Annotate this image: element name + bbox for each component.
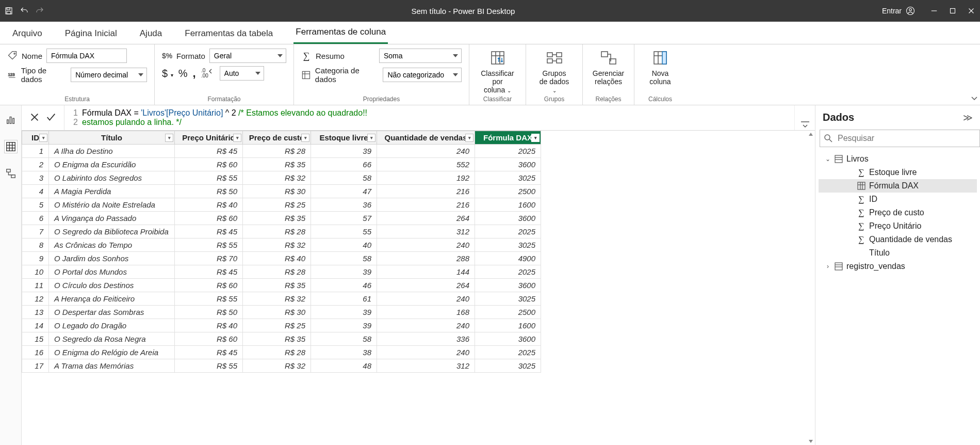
formula-commit-icon[interactable] bbox=[45, 112, 57, 124]
column-filter-icon[interactable]: ▾ bbox=[531, 134, 540, 142]
table-cell[interactable]: 3025 bbox=[475, 292, 541, 306]
table-row[interactable]: 16O Enigma do Relógio de AreiaR$ 45R$ 28… bbox=[22, 346, 541, 359]
table-cell[interactable]: 48 bbox=[311, 359, 377, 373]
maximize-icon[interactable] bbox=[948, 6, 957, 15]
table-cell[interactable]: 2 bbox=[22, 158, 49, 171]
table-cell[interactable]: A Ilha do Destino bbox=[49, 145, 175, 158]
table-cell[interactable]: R$ 55 bbox=[175, 239, 243, 252]
report-view-icon[interactable] bbox=[5, 114, 17, 126]
classificar-button[interactable]: Classificar por coluna ⌄ bbox=[476, 49, 519, 94]
fields-field-node[interactable]: •∑Estoque livre bbox=[819, 166, 977, 179]
table-row[interactable]: 15O Segredo da Rosa NegraR$ 60R$ 3558336… bbox=[22, 332, 541, 346]
table-cell[interactable]: 11 bbox=[22, 279, 49, 292]
table-cell[interactable]: 2025 bbox=[475, 265, 541, 279]
column-header[interactable]: ID▾ bbox=[22, 131, 49, 145]
table-cell[interactable]: 39 bbox=[311, 145, 377, 158]
table-cell[interactable]: O Jardim dos Sonhos bbox=[49, 252, 175, 265]
table-cell[interactable]: 216 bbox=[377, 185, 475, 198]
table-cell[interactable]: 39 bbox=[311, 319, 377, 332]
table-cell[interactable]: O Legado do Dragão bbox=[49, 319, 175, 332]
column-filter-icon[interactable]: ▾ bbox=[165, 134, 173, 142]
table-cell[interactable]: 66 bbox=[311, 158, 377, 171]
table-cell[interactable]: R$ 28 bbox=[243, 145, 311, 158]
table-cell[interactable]: 46 bbox=[311, 279, 377, 292]
tab-pagina-inicial[interactable]: Página Inicial bbox=[63, 23, 119, 44]
tab-ajuda[interactable]: Ajuda bbox=[138, 23, 164, 44]
table-cell[interactable]: 10 bbox=[22, 265, 49, 279]
table-cell[interactable]: R$ 45 bbox=[175, 265, 243, 279]
tab-ferramentas-coluna[interactable]: Ferramentas de coluna bbox=[293, 22, 388, 44]
table-cell[interactable]: 1 bbox=[22, 145, 49, 158]
table-row[interactable]: 11O Círculo dos DestinosR$ 60R$ 35462643… bbox=[22, 279, 541, 292]
table-cell[interactable]: 240 bbox=[377, 346, 475, 359]
table-cell[interactable]: 14 bbox=[22, 319, 49, 332]
percent-button[interactable]: % bbox=[178, 68, 188, 80]
table-cell[interactable]: 8 bbox=[22, 239, 49, 252]
table-cell[interactable]: 264 bbox=[377, 279, 475, 292]
table-cell[interactable]: 40 bbox=[311, 239, 377, 252]
column-header[interactable]: Preço de custo▾ bbox=[243, 131, 311, 145]
table-cell[interactable]: 7 bbox=[22, 225, 49, 239]
table-cell[interactable]: 16 bbox=[22, 346, 49, 359]
table-row[interactable]: 12A Herança do FeiticeiroR$ 55R$ 3261240… bbox=[22, 292, 541, 306]
table-cell[interactable]: 1600 bbox=[475, 198, 541, 212]
table-cell[interactable]: 288 bbox=[377, 252, 475, 265]
table-cell[interactable]: 3 bbox=[22, 171, 49, 185]
table-cell[interactable]: R$ 45 bbox=[175, 225, 243, 239]
table-cell[interactable]: 61 bbox=[311, 292, 377, 306]
column-filter-icon[interactable]: ▾ bbox=[233, 134, 241, 142]
table-cell[interactable]: R$ 45 bbox=[175, 346, 243, 359]
table-cell[interactable]: R$ 32 bbox=[243, 239, 311, 252]
table-row[interactable]: 2O Enigma da EscuridãoR$ 60R$ 3566552360… bbox=[22, 158, 541, 171]
table-cell[interactable]: R$ 32 bbox=[243, 359, 311, 373]
relacoes-button[interactable]: Gerenciar relações bbox=[587, 49, 629, 86]
table-cell[interactable]: As Crônicas do Tempo bbox=[49, 239, 175, 252]
table-row[interactable]: 3O Labirinto dos SegredosR$ 55R$ 3258192… bbox=[22, 171, 541, 185]
table-row[interactable]: 10O Portal dos MundosR$ 45R$ 28391442025 bbox=[22, 265, 541, 279]
table-cell[interactable]: 240 bbox=[377, 239, 475, 252]
table-cell[interactable]: A Magia Perdida bbox=[49, 185, 175, 198]
decimals-select[interactable]: Auto bbox=[220, 66, 264, 81]
fields-field-node[interactable]: •Título bbox=[819, 246, 977, 260]
data-grid[interactable]: ID▾Título▾Preço Unitário▾Preço de custo▾… bbox=[22, 131, 815, 445]
table-cell[interactable]: O Segredo da Rosa Negra bbox=[49, 332, 175, 346]
table-cell[interactable]: 312 bbox=[377, 359, 475, 373]
close-icon[interactable] bbox=[967, 6, 976, 15]
tab-ferramentas-tabela[interactable]: Ferramentas da tabela bbox=[183, 23, 275, 44]
minimize-icon[interactable] bbox=[929, 6, 939, 15]
fields-field-node[interactable]: •Fórmula DAX bbox=[819, 179, 977, 193]
table-row[interactable]: 14O Legado do DragãoR$ 40R$ 25392401600 bbox=[22, 319, 541, 332]
fields-field-node[interactable]: •∑Preço Unitário bbox=[819, 219, 977, 233]
table-cell[interactable]: 192 bbox=[377, 171, 475, 185]
save-icon[interactable] bbox=[4, 6, 13, 15]
table-cell[interactable]: R$ 50 bbox=[175, 185, 243, 198]
table-cell[interactable]: R$ 28 bbox=[243, 265, 311, 279]
table-cell[interactable]: R$ 35 bbox=[243, 279, 311, 292]
table-cell[interactable]: 17 bbox=[22, 359, 49, 373]
table-cell[interactable]: 2025 bbox=[475, 225, 541, 239]
redo-icon[interactable] bbox=[35, 6, 44, 15]
nome-input[interactable] bbox=[46, 49, 127, 63]
tipodados-select[interactable]: Número decimal bbox=[71, 68, 147, 82]
table-cell[interactable]: 240 bbox=[377, 145, 475, 158]
table-cell[interactable]: O Círculo dos Destinos bbox=[49, 279, 175, 292]
table-cell[interactable]: 2500 bbox=[475, 185, 541, 198]
table-cell[interactable]: R$ 35 bbox=[243, 332, 311, 346]
table-cell[interactable]: 9 bbox=[22, 252, 49, 265]
table-cell[interactable]: 38 bbox=[311, 346, 377, 359]
fields-field-node[interactable]: •∑ID bbox=[819, 193, 977, 206]
table-cell[interactable]: 264 bbox=[377, 212, 475, 225]
table-row[interactable]: 5O Mistério da Noite EstreladaR$ 40R$ 25… bbox=[22, 198, 541, 212]
table-cell[interactable]: 3025 bbox=[475, 171, 541, 185]
table-cell[interactable]: R$ 25 bbox=[243, 198, 311, 212]
table-cell[interactable]: R$ 55 bbox=[175, 171, 243, 185]
table-cell[interactable]: 312 bbox=[377, 225, 475, 239]
table-cell[interactable]: 2500 bbox=[475, 306, 541, 319]
table-cell[interactable]: R$ 40 bbox=[175, 198, 243, 212]
table-cell[interactable]: O Enigma do Relógio de Areia bbox=[49, 346, 175, 359]
table-cell[interactable]: R$ 55 bbox=[175, 359, 243, 373]
table-cell[interactable]: O Mistério da Noite Estrelada bbox=[49, 198, 175, 212]
table-cell[interactable]: R$ 60 bbox=[175, 212, 243, 225]
column-filter-icon[interactable]: ▾ bbox=[465, 134, 473, 142]
table-cell[interactable]: 2025 bbox=[475, 145, 541, 158]
